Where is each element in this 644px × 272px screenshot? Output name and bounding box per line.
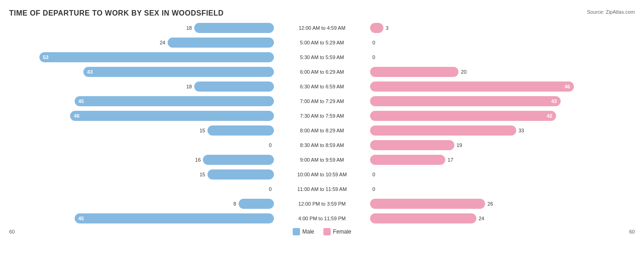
time-label: 8:30 AM to 8:59 AM xyxy=(274,142,370,148)
table-row: 535:30 AM to 5:59 AM0 xyxy=(9,50,635,64)
time-label: 10:00 AM to 10:59 AM xyxy=(274,172,370,177)
time-label: 7:00 AM to 7:29 AM xyxy=(274,98,370,104)
male-value: 16 xyxy=(195,157,201,163)
legend-female-box xyxy=(323,228,331,235)
source-text: Source: ZipAtlas.com xyxy=(587,9,635,15)
female-value: 19 xyxy=(457,142,462,148)
table-row: 436:00 AM to 6:29 AM20 xyxy=(9,65,635,79)
legend: Male Female xyxy=(293,228,351,235)
female-value: 20 xyxy=(461,69,466,75)
table-row: 467:30 AM to 7:59 AM42 xyxy=(9,109,635,123)
table-row: 245:00 AM to 5:29 AM0 xyxy=(9,36,635,49)
legend-male: Male xyxy=(293,228,314,235)
legend-male-label: Male xyxy=(302,228,314,235)
male-value: 15 xyxy=(200,128,205,133)
time-label: 6:30 AM to 6:59 AM xyxy=(274,84,370,89)
male-value: 0 xyxy=(269,186,272,192)
male-value: 18 xyxy=(186,25,192,31)
bottom-area: 60 Male Female 60 xyxy=(9,228,635,235)
chart-title: TIME OF DEPARTURE TO WORK BY SEX IN WOOD… xyxy=(9,9,635,17)
male-value: 8 xyxy=(234,201,236,207)
female-value: 26 xyxy=(487,201,493,207)
time-label: 11:00 AM to 11:59 AM xyxy=(274,186,370,192)
table-row: 186:30 AM to 6:59 AM46 xyxy=(9,80,635,93)
male-value: 15 xyxy=(200,172,205,177)
female-value: 0 xyxy=(372,40,375,45)
table-row: 169:00 AM to 9:59 AM17 xyxy=(9,153,635,167)
time-label: 8:00 AM to 8:29 AM xyxy=(274,128,370,133)
female-value: 0 xyxy=(372,54,375,60)
table-row: 1812:00 AM to 4:59 AM3 xyxy=(9,21,635,35)
female-value: 17 xyxy=(448,157,453,163)
axis-label-right: 60 xyxy=(629,229,635,234)
chart-area: 1812:00 AM to 4:59 AM3245:00 AM to 5:29 … xyxy=(9,21,635,225)
table-row: 812:00 PM to 3:59 PM26 xyxy=(9,197,635,211)
female-value: 24 xyxy=(479,216,484,221)
chart-container: TIME OF DEPARTURE TO WORK BY SEX IN WOOD… xyxy=(0,0,644,272)
female-value: 3 xyxy=(386,25,388,31)
legend-male-box xyxy=(293,228,300,235)
male-value: 24 xyxy=(160,40,165,45)
time-label: 12:00 AM to 4:59 AM xyxy=(274,25,370,31)
female-value: 0 xyxy=(372,186,375,192)
legend-female: Female xyxy=(323,228,351,235)
time-label: 7:30 AM to 7:59 AM xyxy=(274,113,370,119)
time-label: 4:00 PM to 11:59 PM xyxy=(274,216,370,221)
axis-label-left: 60 xyxy=(9,229,15,234)
male-value: 18 xyxy=(186,84,192,89)
time-label: 5:30 AM to 5:59 AM xyxy=(274,54,370,60)
legend-female-label: Female xyxy=(333,228,351,235)
table-row: 457:00 AM to 7:29 AM43 xyxy=(9,94,635,108)
female-value: 33 xyxy=(518,128,524,133)
male-value: 0 xyxy=(269,142,272,148)
table-row: 454:00 PM to 11:59 PM24 xyxy=(9,212,635,225)
time-label: 5:00 AM to 5:29 AM xyxy=(274,40,370,45)
table-row: 011:00 AM to 11:59 AM0 xyxy=(9,182,635,196)
female-value: 0 xyxy=(372,172,375,177)
time-label: 6:00 AM to 6:29 AM xyxy=(274,69,370,75)
table-row: 08:30 AM to 8:59 AM19 xyxy=(9,138,635,152)
time-label: 12:00 PM to 3:59 PM xyxy=(274,201,370,207)
table-row: 1510:00 AM to 10:59 AM0 xyxy=(9,168,635,181)
time-label: 9:00 AM to 9:59 AM xyxy=(274,157,370,163)
table-row: 158:00 AM to 8:29 AM33 xyxy=(9,124,635,137)
